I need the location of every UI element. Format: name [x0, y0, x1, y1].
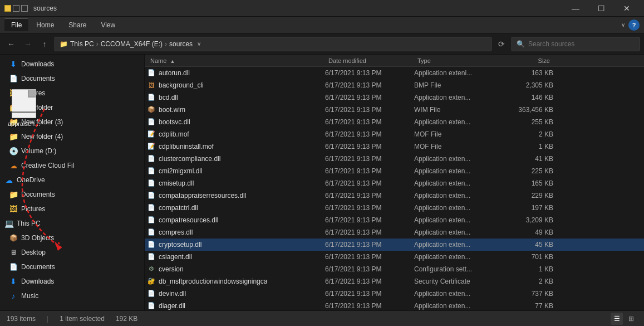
table-row[interactable]: 📄 bootsvc.dll 6/17/2021 9:13 PM Applicat…: [145, 116, 644, 128]
file-name-text: db_msftproductionwindowssigningca: [159, 278, 267, 285]
path-this-pc: This PC: [70, 40, 94, 48]
table-row[interactable]: 📄 cryptosetup.dll 6/17/2021 9:13 PM Appl…: [145, 239, 644, 251]
sidebar-item-creative-cloud[interactable]: ☁ Creative Cloud Fil: [0, 158, 144, 173]
file-type-cell: Application exten...: [414, 241, 503, 249]
col-header-date[interactable]: Date modified: [325, 57, 414, 64]
col-header-type[interactable]: Type: [414, 57, 503, 64]
col-header-name[interactable]: Name ▲: [147, 57, 325, 64]
file-type-icon: 📄: [147, 289, 156, 298]
forward-button[interactable]: →: [21, 37, 35, 51]
file-name-cell: 📝 cdplibuninstall.mof: [147, 142, 325, 151]
file-size-cell: 1 KB: [503, 265, 553, 273]
path-sep-1: ›: [96, 40, 99, 48]
sidebar-item-tp-documents[interactable]: 📄 Documents: [0, 260, 144, 274]
ribbon-tab-share[interactable]: Share: [62, 19, 93, 31]
file-type-icon: 🔐: [147, 277, 156, 286]
file-name-cell: 📄 csiagent.dll: [147, 252, 325, 261]
refresh-button[interactable]: ⟳: [495, 37, 508, 51]
sidebar-item-desktop[interactable]: 🖥 Desktop: [0, 245, 144, 260]
search-input[interactable]: [528, 40, 635, 48]
ribbon-collapse-icon[interactable]: ∨: [621, 22, 625, 28]
table-row[interactable]: 📄 clustercompliance.dll 6/17/2021 9:13 P…: [145, 153, 644, 165]
ribbon-tab-home[interactable]: Home: [30, 19, 61, 31]
table-row[interactable]: 📄 csiagent.dll 6/17/2021 9:13 PM Applica…: [145, 251, 644, 263]
search-box[interactable]: 🔍: [512, 37, 640, 51]
address-path[interactable]: 📁 This PC › CCCOMA_X64F (E:) › sources ∨: [55, 37, 491, 51]
sidebar-item-documents[interactable]: 📄 Documents: [0, 71, 144, 86]
doc-icon: 📄: [9, 262, 18, 271]
sidebar-item-tp-downloads[interactable]: ⬇ Downloads: [0, 274, 144, 289]
ribbon-tab-file[interactable]: File: [4, 18, 28, 31]
maximize-button[interactable]: ☐: [588, 0, 614, 17]
col-header-size[interactable]: Size: [503, 57, 553, 64]
file-name-cell: 📄 compatresources.dll: [147, 216, 325, 225]
sidebar-item-od-pictures[interactable]: 🖼 Pictures: [0, 202, 144, 216]
table-row[interactable]: 📝 cdplibuninstall.mof 6/17/2021 9:13 PM …: [145, 140, 644, 153]
file-date-cell: 6/17/2021 9:13 PM: [325, 94, 414, 101]
table-row[interactable]: 📄 devinv.dll 6/17/2021 9:13 PM Applicati…: [145, 288, 644, 300]
file-list[interactable]: 📄 autorun.dll 6/17/2021 9:13 PM Applicat…: [145, 67, 644, 310]
desktop-icon: 🖥: [9, 248, 18, 257]
sidebar-item-3d-objects[interactable]: 📦 3D Objects: [0, 231, 144, 245]
file-date-cell: 6/17/2021 9:13 PM: [325, 216, 414, 224]
table-row[interactable]: 📄 compatappraiserresources.dll 6/17/2021…: [145, 189, 644, 202]
file-size-cell: 77 KB: [503, 302, 553, 310]
file-date-cell: 6/17/2021 9:13 PM: [325, 118, 414, 126]
large-icons-view-button[interactable]: ⊞: [625, 313, 637, 325]
table-row[interactable]: 📄 autorun.dll 6/17/2021 9:13 PM Applicat…: [145, 67, 644, 79]
cloud-icon: ☁: [9, 161, 18, 170]
table-row[interactable]: 📄 bcd.dll 6/17/2021 9:13 PM Application …: [145, 91, 644, 104]
file-date-cell: 6/17/2021 9:13 PM: [325, 143, 414, 150]
file-name-cell: 📄 compatappraiserresources.dll: [147, 191, 325, 200]
sidebar-item-volume-d[interactable]: 💿 Volume (D:): [0, 144, 144, 158]
ribbon-tab-view[interactable]: View: [94, 19, 122, 31]
sidebar-item-new-folder-4[interactable]: 📁 New folder (4): [0, 129, 144, 144]
back-button[interactable]: ←: [4, 37, 18, 51]
file-type-cell: Configuration sett...: [414, 265, 503, 273]
file-size-cell: 737 KB: [503, 290, 553, 298]
sidebar-item-this-pc[interactable]: 💻 This PC: [0, 216, 144, 231]
path-sep-2: ›: [165, 40, 167, 48]
table-row[interactable]: 📝 cdplib.mof 6/17/2021 9:13 PM MOF File …: [145, 128, 644, 140]
pc-icon: 💻: [4, 219, 13, 228]
table-row[interactable]: 📄 compres.dll 6/17/2021 9:13 PM Applicat…: [145, 226, 644, 239]
file-type-cell: Application exten...: [414, 94, 503, 101]
file-type-cell: Application exten...: [414, 302, 503, 310]
minimize-button[interactable]: —: [563, 0, 588, 17]
sidebar-item-onedrive[interactable]: ☁ OneDrive: [0, 173, 144, 187]
file-name-text: compatctrl.dll: [159, 204, 198, 212]
help-button[interactable]: ?: [628, 20, 640, 31]
sidebar-item-od-documents[interactable]: 📁 Documents: [0, 187, 144, 202]
file-type-icon: 📄: [147, 301, 156, 310]
sidebar-item-downloads[interactable]: ⬇ Downloads: [0, 57, 144, 71]
table-row[interactable]: 📄 cmisetup.dll 6/17/2021 9:13 PM Applica…: [145, 177, 644, 189]
sidebar-item-label: New folder (4): [21, 133, 63, 140]
table-row[interactable]: 📦 boot.wim 6/17/2021 9:13 PM WIM File 36…: [145, 104, 644, 116]
table-row[interactable]: ⚙ cversion 6/17/2021 9:13 PM Configurati…: [145, 263, 644, 275]
table-row[interactable]: 📄 cmi2migxml.dll 6/17/2021 9:13 PM Appli…: [145, 165, 644, 177]
file-type-icon: 📄: [147, 69, 156, 77]
table-row[interactable]: 🔐 db_msftproductionwindowssigningca 6/17…: [145, 275, 644, 288]
table-row[interactable]: 📄 diager.dll 6/17/2021 9:13 PM Applicati…: [145, 300, 644, 310]
desktop-icon-image: [12, 89, 36, 118]
details-view-button[interactable]: ☰: [611, 313, 623, 325]
sidebar-item-music[interactable]: ♪ Music: [0, 289, 144, 303]
table-row[interactable]: 📄 compatresources.dll 6/17/2021 9:13 PM …: [145, 214, 644, 226]
file-size-cell: 701 KB: [503, 253, 553, 261]
up-button[interactable]: ↑: [38, 37, 51, 51]
path-dropdown-icon[interactable]: ∨: [197, 41, 201, 47]
sidebar-item-label: Desktop: [21, 249, 46, 256]
onedrive-icon: ☁: [4, 176, 13, 184]
folder-icon: 📁: [60, 40, 68, 48]
table-row[interactable]: 🖼 background_cli 6/17/2021 9:13 PM BMP F…: [145, 79, 644, 91]
table-row[interactable]: 📄 compatctrl.dll 6/17/2021 9:13 PM Appli…: [145, 202, 644, 214]
file-type-icon: 📄: [147, 252, 156, 261]
close-button[interactable]: ✕: [614, 0, 640, 17]
file-type-cell: Application exten...: [414, 192, 503, 200]
file-name-text: compres.dll: [159, 228, 193, 236]
file-name-text: csiagent.dll: [159, 253, 192, 261]
file-date-cell: 6/17/2021 9:13 PM: [325, 228, 414, 236]
folder-icon: 📁: [9, 132, 18, 141]
file-name-cell: 📄 devinv.dll: [147, 289, 325, 298]
desktop-icon-appraiser[interactable]: appraiserr...: [4, 89, 43, 127]
